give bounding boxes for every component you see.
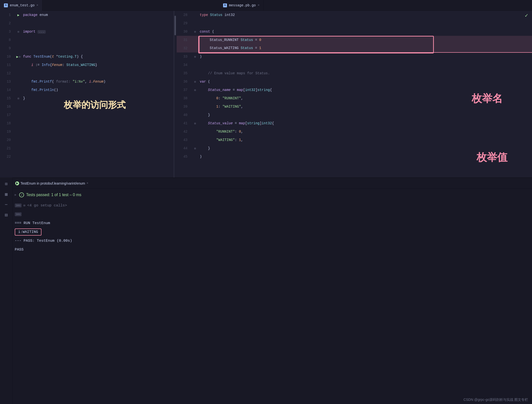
code-line-11: 11 i := Info{Fenum: Status_WAITING} <box>0 61 174 69</box>
code-line-17: 17 <box>0 111 174 119</box>
output-line-setup: 1ms ⊟ <4 go setup calls> <box>15 201 528 210</box>
pass-line-text: --- PASS: TestEnum (0.00s) <box>15 239 72 243</box>
tab-enum-test[interactable]: G enum_test.go × <box>0 0 42 11</box>
line-num-3: 3 <box>0 30 15 34</box>
right-line-41: 41 ⊟ Status_value = map[string]int32{ <box>177 119 532 127</box>
code-line-18: 18 <box>0 119 174 127</box>
right-line-34: 34 <box>177 61 532 69</box>
code-line-20: 20 <box>0 136 174 144</box>
bottom-tab-close[interactable]: × <box>87 182 88 185</box>
fold-setup[interactable]: ⊟ <box>24 204 25 207</box>
line-content-1: package enum <box>22 11 174 19</box>
code-line-3: 3 ⊟ import ... <box>0 27 174 36</box>
line-gutter-10[interactable]: ▶ ⊟ <box>15 55 22 59</box>
right-line-32: 32 Status_WAITING Status = 1 <box>177 44 532 52</box>
line-content-3: import ... <box>22 27 174 36</box>
line-content-11: i := Info{Fenum: Status_WAITING} <box>22 61 174 69</box>
sidebar-icon-dots[interactable]: ⋯ <box>2 200 11 209</box>
tab-message-close[interactable]: × <box>258 4 259 7</box>
fold-icon-15[interactable]: ⊟ <box>18 97 19 100</box>
pass-final-text: PASS <box>15 248 24 252</box>
code-line-21: 21 <box>0 144 174 152</box>
left-sidebar: ⊞ ▦ ⋯ ▤ <box>0 177 13 404</box>
go-file-icon: G <box>4 3 8 7</box>
line-gutter-3[interactable]: ⊟ <box>15 30 22 33</box>
line-num-8: 8 <box>0 38 15 42</box>
line-num-10: 10 <box>0 55 15 59</box>
code-line-13: 13 fmt.Printf( format: "i:%v", i.Fenum) <box>0 77 174 86</box>
run-line-text: === RUN TestEnum <box>15 221 50 225</box>
right-line-30: 30 ⊟ const ( <box>177 27 532 36</box>
tab-message-label: message.pb.go <box>229 3 256 7</box>
run-arrow-10[interactable]: ▶ <box>16 55 18 59</box>
output-line-run: === RUN TestEnum <box>15 219 528 227</box>
check-circle-icon: ✓ <box>19 192 24 197</box>
code-line-1: 1 ▶ package enum <box>0 11 174 19</box>
run-arrow-1[interactable]: ▶ <box>17 13 19 17</box>
tests-passed-text: Tests passed: 1 of 1 test – 0 ms <box>26 193 81 197</box>
code-line-10: 10 ▶ ⊟ func TestEnum(t *testing.T) { <box>0 52 174 61</box>
right-line-43: 43 "WAITING": 1, <box>177 136 532 144</box>
right-line-33: 33 ⊟ ) <box>177 52 532 61</box>
line-num-2: 2 <box>0 21 15 25</box>
green-checkmark: ✓ <box>525 12 528 19</box>
test-passed-badge: ✓ Tests passed: 1 of 1 test – 0 ms <box>19 192 81 197</box>
code-line-9: 9 <box>0 44 174 52</box>
line-num-9: 9 <box>0 46 15 50</box>
line-num-13: 13 <box>0 80 15 84</box>
bottom-panel: Run: TestEnum in protobuf.learning/varin… <box>0 177 532 404</box>
fold-icon-30[interactable]: ⊟ <box>194 30 196 33</box>
run-icon <box>15 181 19 185</box>
tab-message-pb[interactable]: G message.pb.go × <box>219 0 264 11</box>
fold-icon-3[interactable]: ⊟ <box>18 30 19 33</box>
line-num-15: 15 <box>0 96 15 100</box>
right-line-29: 29 <box>177 19 532 27</box>
scrollbar-thumb[interactable] <box>174 16 176 35</box>
ms-badge-2: 1ms <box>15 212 22 216</box>
right-line-40: 40 } <box>177 111 532 119</box>
bottom-run-tab[interactable]: TestEnum in protobuf.learning/varint/enu… <box>13 181 90 185</box>
line-num-11: 11 <box>0 63 15 67</box>
line-content-10: func TestEnum(t *testing.T) { <box>22 52 174 61</box>
right-line-35: 35 // Enum value maps for Status. <box>177 69 532 77</box>
code-line-14: 14 fmt.Println() <box>0 86 174 94</box>
line-gutter-15[interactable]: ⊟ <box>15 97 22 100</box>
sidebar-icon-grid[interactable]: ▤ <box>2 210 11 219</box>
line-num-1: 1 <box>0 13 15 17</box>
pane-divider <box>174 11 177 177</box>
bottom-tab-label: TestEnum in protobuf.learning/varint/enu… <box>21 181 85 185</box>
right-line-36: 36 ⊟ var ( <box>177 77 532 86</box>
code-line-8: 8 <box>0 36 174 44</box>
svg-marker-0 <box>16 182 18 185</box>
tab-enum-label: enum_test.go <box>10 3 35 7</box>
setup-calls-text: <4 go setup calls> <box>27 203 67 208</box>
chevron-button[interactable]: » <box>14 193 16 197</box>
code-line-2: 2 <box>0 19 174 27</box>
right-editor-pane: ✓ 28 type Status int32 29 30 ⊟ const ( <box>177 11 532 177</box>
tab-enum-close[interactable]: × <box>37 4 38 7</box>
line-gutter-1[interactable]: ▶ <box>15 13 22 17</box>
left-annotation: 枚举的访问形式 <box>64 99 126 111</box>
output-line-ms2: 1ms <box>15 210 528 219</box>
code-line-19: 19 <box>0 127 174 136</box>
line-content-13: fmt.Printf( format: "i:%v", i.Fenum) <box>22 77 174 86</box>
ms-badge-1: 1ms <box>15 203 22 207</box>
sidebar-icon-terminal[interactable]: ⊞ <box>2 179 11 188</box>
left-editor-pane: 1 ▶ package enum 2 3 ⊟ import ... 8 <box>0 11 174 177</box>
output-line-waiting: i:WAITING <box>15 227 528 236</box>
tab-bar: G enum_test.go × G message.pb.go × <box>0 0 532 11</box>
line-num-12: 12 <box>0 71 15 75</box>
output-area: 1ms ⊟ <4 go setup calls> 1ms === RUN Tes… <box>0 201 532 404</box>
go-file-icon-right: G <box>223 3 227 7</box>
sidebar-icon-monitor[interactable]: ▦ <box>2 190 11 199</box>
editor-area: 1 ▶ package enum 2 3 ⊟ import ... 8 <box>0 11 532 177</box>
code-line-12: 12 <box>0 69 174 77</box>
waiting-output: i:WAITING <box>15 228 41 236</box>
output-line-pass-final: PASS <box>15 245 528 254</box>
right-line-28: 28 type Status int32 <box>177 11 532 19</box>
right-line-42: 42 "RUNNINT": 0, <box>177 127 532 136</box>
right-annotation-name: 枚举名 <box>472 92 503 105</box>
output-line-pass: --- PASS: TestEnum (0.00s) <box>15 236 528 245</box>
bottom-toolbar: » ✓ Tests passed: 1 of 1 test – 0 ms <box>0 189 532 201</box>
fold-icon-10[interactable]: ⊟ <box>19 55 21 58</box>
